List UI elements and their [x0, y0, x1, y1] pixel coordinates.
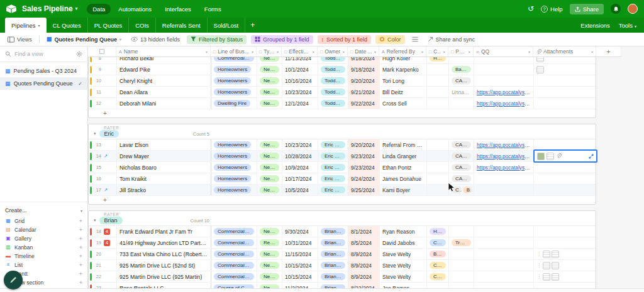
cell-owner[interactable]: Todd Co...	[318, 87, 348, 97]
cell-pl-carrier[interactable]: Bamboo (A	[449, 64, 474, 75]
cell-type[interactable]: New B...	[257, 75, 282, 86]
cell-qq[interactable]	[474, 185, 534, 195]
cell-referred-by[interactable]: Steve Welty	[380, 249, 427, 259]
cell-attachments[interactable]: ⋮	[534, 249, 597, 259]
attachment-thumbnail[interactable]	[552, 262, 559, 269]
cell-pl-carrier[interactable]	[449, 271, 474, 282]
table-tab-referrals-sent[interactable]: Referrals Sent	[156, 18, 208, 33]
row-number-cell[interactable]: 12	[89, 98, 117, 109]
cell-effective-date[interactable]: 10/15/2024	[282, 260, 318, 271]
cell-type[interactable]: New B...	[257, 173, 282, 184]
column-header-att[interactable]: Attachments▾	[533, 46, 596, 57]
cell-name[interactable]: Jill Stracko	[117, 185, 211, 195]
cell-referred-by[interactable]: David Jabobs	[380, 237, 427, 248]
nav-tab-automations[interactable]: Automations	[113, 4, 157, 14]
create-item-gallery[interactable]: ▣Gallery+	[0, 234, 87, 243]
attachment-thumbnail[interactable]	[537, 153, 545, 160]
plus-icon[interactable]: +	[79, 262, 82, 268]
table-tab-pipelines[interactable]: Pipelines▾	[5, 18, 47, 33]
cell-pl-carrier[interactable]	[449, 98, 474, 109]
view-item[interactable]: ▦Quotes Pending Queue✓	[0, 77, 87, 90]
cell-pl-carrier[interactable]: CA Fair (Ind	[449, 151, 474, 161]
qq-link[interactable]: https://app.pocatalyst.com...	[477, 165, 531, 171]
cell-name[interactable]: 925 Martin Drive LLC (52nd St)	[117, 260, 211, 271]
find-view-input[interactable]	[14, 51, 73, 57]
table-row[interactable]: 11Dean AllaraHomeownersNew B...10/23/202…	[89, 87, 596, 98]
cell-pl-carrier[interactable]	[449, 260, 474, 271]
cell-cl-carrier[interactable]	[427, 151, 449, 161]
cell-type[interactable]: New B...	[257, 64, 282, 75]
cell-referred-by[interactable]: Steve Welty	[380, 260, 427, 271]
cell-referred-by[interactable]: Kami Boyer	[380, 185, 427, 195]
cell-name[interactable]: Richard Bekal	[117, 57, 211, 63]
cell-effective-date[interactable]: 10/15/2024	[282, 271, 318, 282]
cell-pl-carrier[interactable]	[449, 226, 474, 237]
airtable-logo[interactable]	[6, 4, 16, 13]
cell-cl-carrier[interactable]	[427, 98, 449, 109]
cell-date[interactable]: 9/18/2024	[348, 57, 380, 63]
cell-qq[interactable]	[474, 226, 534, 237]
cell-line-of-business[interactable]: Homeowners	[211, 151, 257, 161]
row-number-cell[interactable]: 16	[89, 173, 117, 184]
cell-cl-carrier[interactable]	[427, 87, 449, 97]
expand-cell-icon[interactable]	[589, 154, 594, 159]
cell-attachments[interactable]	[534, 237, 597, 248]
attachment-thumbnail[interactable]	[543, 273, 550, 281]
cell-type[interactable]: New B...	[257, 185, 282, 195]
cell-name[interactable]: Drew Mayer	[117, 151, 211, 161]
cell-cl-carrier[interactable]	[427, 64, 449, 75]
avatar[interactable]	[628, 4, 638, 14]
row-number-cell[interactable]: 10	[89, 75, 117, 86]
cell-owner[interactable]: Brian Gra...	[318, 260, 348, 271]
cell-referred-by[interactable]: Referral From Exist	[380, 139, 427, 150]
color-button[interactable]: Color	[375, 35, 405, 44]
create-section-toggle[interactable]: Create... ▾	[0, 205, 87, 217]
cell-owner[interactable]: Eric Dizon	[318, 151, 348, 161]
add-field-button[interactable]: +	[596, 46, 621, 57]
cell-line-of-business[interactable]: Homeowners	[211, 162, 257, 173]
add-record-button[interactable]: +	[89, 109, 596, 117]
cell-line-of-business[interactable]: Homeowners	[211, 75, 257, 86]
share-sync-button[interactable]: Share and sync	[425, 35, 478, 44]
cell-date[interactable]: 9/25/2024	[348, 185, 380, 195]
cell-cl-carrier[interactable]: Burns & Wi	[427, 249, 449, 259]
plus-icon[interactable]: +	[79, 227, 82, 233]
cell-type[interactable]: New B...	[257, 98, 282, 109]
table-row[interactable]: 9Edward PikeHomeownersNew B...10/1/2024T…	[89, 64, 596, 75]
cell-pl-carrier[interactable]: CA FairBu	[449, 185, 474, 195]
cell-date[interactable]: 8/9/2024	[348, 260, 380, 271]
row-number-cell[interactable]: 194	[89, 237, 117, 248]
attachment-thumbnail[interactable]	[547, 153, 554, 160]
qq-link[interactable]: https://app.pocatalyst.com...	[477, 142, 531, 148]
selected-attachment-cell[interactable]	[533, 149, 597, 163]
cell-referred-by[interactable]: Bill Deitz	[380, 87, 427, 97]
annotation-pencil-button[interactable]	[4, 271, 23, 289]
cell-pl-carrier[interactable]: CA Fair (Ind	[449, 75, 474, 86]
cell-effective-date[interactable]: 10/17/2024	[282, 173, 318, 184]
cell-owner[interactable]: Eric Dizon	[318, 173, 348, 184]
cell-name[interactable]: 41/49 Highway Junction LTD Partnership	[117, 237, 211, 248]
cell-referred-by[interactable]: Ethan Pontz	[380, 162, 427, 173]
cell-attachments[interactable]: ⋮	[534, 271, 597, 282]
table-row[interactable]: 22925 Martin Drive LLC (925 Martin)Comme…	[89, 271, 596, 283]
cell-name[interactable]: Nicholas Boaro	[117, 162, 211, 173]
table-row[interactable]: 10Cheryl KnightHomeownersNew B...10/16/2…	[89, 75, 596, 87]
column-header-ref[interactable]: AReferred By▾	[379, 46, 426, 57]
cell-pl-carrier[interactable]: CA Fair (Ind	[449, 162, 474, 173]
row-number-cell[interactable]: 22	[89, 271, 117, 282]
row-number-cell[interactable]: 20	[89, 249, 117, 259]
table-row[interactable]: 14↗Drew MayerHomeownersNew B...10/28/202…	[89, 151, 596, 162]
collapse-group-icon[interactable]: ▾	[94, 131, 96, 136]
cell-line-of-business[interactable]: Homeowners	[211, 139, 257, 150]
cell-name[interactable]: Lavar Elson	[117, 139, 211, 150]
column-header-qq[interactable]: ∞QQ▾	[474, 46, 533, 57]
qq-link[interactable]: https://app.pocatalyst.com...	[477, 153, 531, 160]
cell-pl-carrier[interactable]: CA Fair (Ind	[449, 139, 474, 150]
table-row[interactable]: 17↗Jill StrackoHomeownersNew B...10/5/20…	[89, 185, 596, 196]
cell-name[interactable]: Cheryl Knight	[117, 75, 211, 86]
cell-date[interactable]: 8/1/2024	[348, 226, 380, 237]
table-row[interactable]: 20733 East Vista Chino LLC (Robert Santo…	[89, 249, 596, 260]
column-header-lob[interactable]: □Line of Bus...▾	[211, 46, 257, 57]
table-tab-cois[interactable]: COIs	[129, 18, 156, 33]
cell-attachments[interactable]	[534, 173, 597, 184]
